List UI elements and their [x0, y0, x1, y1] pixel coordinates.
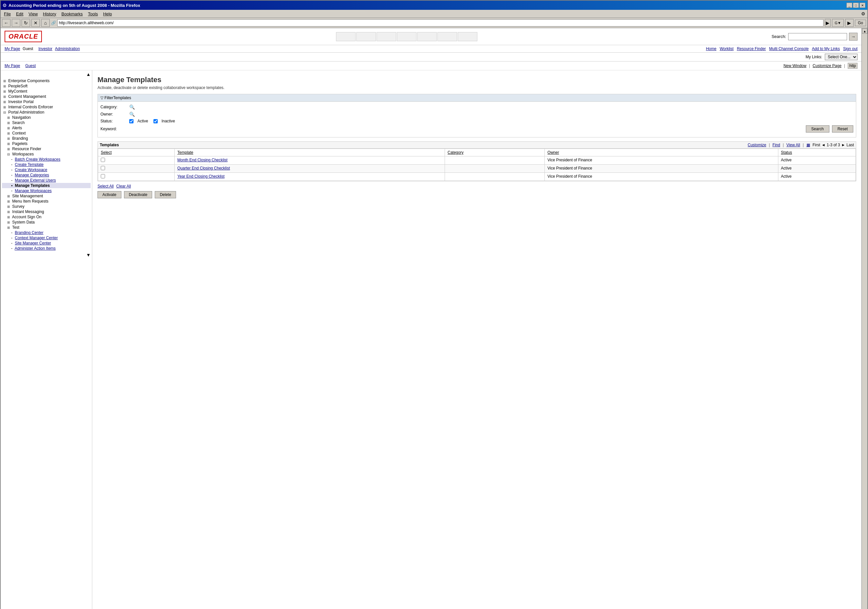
menu-help[interactable]: Help: [101, 11, 114, 17]
sidebar-link-manage-workspaces[interactable]: Manage Workspaces: [15, 189, 52, 193]
nav-multi-channel[interactable]: Multi Channel Console: [769, 46, 809, 51]
row2-checkbox[interactable]: [101, 166, 105, 170]
sidebar-item-survey[interactable]: ⊞ Survey: [2, 204, 91, 209]
http-icon-btn[interactable]: http: [848, 63, 857, 69]
nav-my-page[interactable]: My Page: [5, 46, 20, 51]
sidebar-scroll-up[interactable]: ▲: [86, 72, 91, 77]
forward-btn[interactable]: →: [12, 19, 20, 27]
header-tab-4[interactable]: [397, 32, 417, 41]
scroll-up-btn[interactable]: ▲: [862, 28, 867, 34]
refresh-btn[interactable]: ↻: [22, 19, 30, 27]
sidebar-item-portal-admin[interactable]: ⊟ Portal Administration: [2, 110, 91, 115]
sidebar-link-action-items[interactable]: Administer Action Items: [15, 246, 56, 251]
find-link[interactable]: Find: [772, 143, 780, 147]
cert-btn[interactable]: G▼: [832, 19, 844, 27]
home-btn[interactable]: ⌂: [41, 19, 50, 27]
sidebar-item-investor-portal[interactable]: ⊞ Investor Portal: [2, 99, 91, 104]
customize-link[interactable]: Customize: [748, 143, 766, 147]
nav-arrow-btn[interactable]: ▶: [825, 19, 831, 27]
sidebar-item-system-data[interactable]: ⊞ System Data: [2, 220, 91, 225]
filter-header[interactable]: ▽ FilterTemplates: [98, 94, 856, 102]
col-status[interactable]: Status: [778, 149, 856, 157]
sidebar-item-instant-msg[interactable]: ⊞ Instant Messaging: [2, 209, 91, 214]
nav-add-links[interactable]: Add to My Links: [812, 46, 840, 51]
col-owner[interactable]: Owner: [545, 149, 778, 157]
delete-btn[interactable]: Delete: [155, 191, 176, 198]
select-all-link[interactable]: Select All: [98, 184, 113, 189]
search-btn[interactable]: Search: [806, 126, 829, 133]
my-links-select[interactable]: Select One...: [825, 54, 857, 60]
col-template[interactable]: Template: [175, 149, 445, 157]
header-tab-3[interactable]: [377, 32, 396, 41]
customize-page-link[interactable]: Customize Page: [813, 64, 842, 68]
menu-bookmarks[interactable]: Bookmarks: [60, 11, 85, 17]
close-btn[interactable]: ✕: [859, 3, 865, 8]
sidebar-item-context[interactable]: ⊞ Context: [2, 130, 91, 136]
sidebar-link-manage-external-users[interactable]: Manage External Users: [15, 178, 56, 183]
inactive-checkbox[interactable]: [153, 119, 158, 123]
sidebar-item-navigation[interactable]: ⊞ Navigation: [2, 115, 91, 120]
activate-btn[interactable]: Activate: [98, 191, 121, 198]
sidebar-item-workspaces[interactable]: ⊟ Workspaces: [2, 152, 91, 157]
sidebar-item-batch-create[interactable]: - Batch Create Workspaces: [2, 157, 91, 162]
sidebar-item-site-manager[interactable]: - Site Manager Center: [2, 240, 91, 246]
maximize-btn[interactable]: □: [853, 3, 859, 8]
header-tab-5[interactable]: [417, 32, 437, 41]
reset-btn[interactable]: Reset: [832, 126, 853, 133]
sidebar-item-pagelets[interactable]: ⊞ Pagelets: [2, 141, 91, 146]
header-tab-2[interactable]: [356, 32, 376, 41]
nav-sign-out[interactable]: Sign out: [843, 46, 857, 51]
row2-template-link[interactable]: Quarter End Closing Checklist: [177, 166, 230, 170]
sidebar-item-branding[interactable]: ⊞ Branding: [2, 136, 91, 141]
sidebar-item-content-mgmt[interactable]: ⊞ Content Management: [2, 94, 91, 99]
menu-file[interactable]: File: [2, 11, 13, 17]
sidebar-item-manage-external-users[interactable]: - Manage External Users: [2, 178, 91, 183]
col-select[interactable]: Select: [98, 149, 175, 157]
nav-investor[interactable]: Investor: [38, 46, 52, 51]
search-icon-2[interactable]: 🔍: [129, 112, 135, 117]
sidebar-scroll-down[interactable]: ▼: [86, 252, 91, 257]
header-search-input[interactable]: [788, 33, 847, 40]
sidebar-item-branding-center[interactable]: - Branding Center: [2, 230, 91, 235]
first-link[interactable]: First: [813, 143, 820, 147]
col-category[interactable]: Category: [445, 149, 545, 157]
sidebar-link-batch-create[interactable]: Batch Create Workspaces: [15, 157, 60, 162]
nav-administration[interactable]: Administration: [55, 46, 80, 51]
view-all-link[interactable]: View All: [787, 143, 800, 147]
row3-template-link[interactable]: Year End Closing Checklist: [177, 174, 225, 179]
nav-my-page-2[interactable]: My Page: [5, 64, 20, 68]
sidebar-item-search[interactable]: ⊞ Search: [2, 120, 91, 126]
sidebar-item-manage-workspaces[interactable]: - Manage Workspaces: [2, 188, 91, 194]
sidebar-link-branding-center[interactable]: Branding Center: [15, 230, 43, 235]
nav-worklist[interactable]: Worklist: [720, 46, 733, 51]
menu-edit[interactable]: Edit: [14, 11, 25, 17]
menu-tools[interactable]: Tools: [86, 11, 100, 17]
minimize-btn[interactable]: _: [846, 3, 852, 8]
sidebar-link-create-template[interactable]: Create Template: [15, 162, 43, 167]
nav-guest-2[interactable]: Guest: [25, 64, 36, 68]
menu-history[interactable]: History: [41, 11, 58, 17]
stop-btn[interactable]: ✕: [31, 19, 40, 27]
sidebar-item-context-manager[interactable]: - Context Manager Center: [2, 235, 91, 240]
sidebar-item-resource-finder[interactable]: ⊞ Resource Finder: [2, 146, 91, 152]
next-btn[interactable]: ►: [841, 143, 845, 147]
address-input[interactable]: [57, 19, 823, 26]
last-link[interactable]: Last: [846, 143, 854, 147]
row3-checkbox[interactable]: [101, 174, 105, 178]
sidebar-item-manage-templates[interactable]: ▪ Manage Templates: [2, 183, 91, 188]
new-window-link[interactable]: New Window: [784, 64, 806, 68]
row1-checkbox[interactable]: [101, 158, 105, 162]
clear-all-link[interactable]: Clear All: [116, 184, 131, 189]
prev-btn[interactable]: ◄: [822, 143, 825, 147]
header-tab-1[interactable]: [336, 32, 356, 41]
settings-icon[interactable]: ⚙: [860, 11, 866, 17]
back-btn[interactable]: ←: [2, 19, 11, 27]
table-icon[interactable]: ▦: [806, 143, 810, 147]
sidebar-link-context-manager[interactable]: Context Manager Center: [15, 236, 57, 240]
active-checkbox[interactable]: [129, 119, 133, 123]
sidebar-link-site-manager[interactable]: Site Manager Center: [15, 241, 51, 245]
nav-home[interactable]: Home: [706, 46, 716, 51]
sidebar-link-create-workspace[interactable]: Create Workspace: [15, 167, 47, 172]
sidebar-item-account-sign-on[interactable]: ⊞ Account Sign On: [2, 214, 91, 220]
header-tab-6[interactable]: [437, 32, 457, 41]
